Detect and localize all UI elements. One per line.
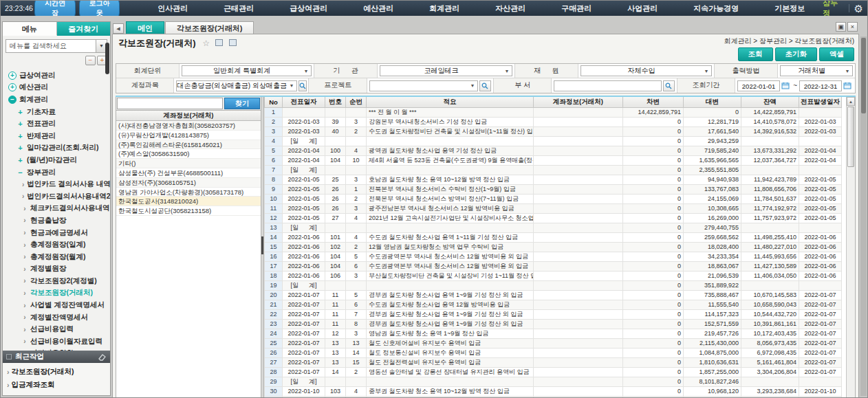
recent-work-item[interactable]: › 입금계좌조회 — [3, 378, 110, 391]
sidebar-scrollbar-thumb[interactable] — [105, 43, 109, 74]
output-method-select[interactable]: 거래처별 ▼ — [780, 65, 853, 76]
find-button[interactable]: 찾기 — [224, 98, 260, 109]
tree-expand-icon[interactable]: › — [22, 217, 28, 224]
recent-checkbox[interactable] — [6, 354, 12, 360]
account-list-item[interactable]: 한국철도시설공단(3058213158) — [116, 206, 261, 216]
top-menu-item[interactable]: 급상여관리 — [272, 3, 345, 14]
tree-expand-icon[interactable]: − — [17, 168, 24, 177]
menu-tree-item[interactable]: › 각보조원장2(계정별) — [3, 275, 110, 287]
tree-expand-icon[interactable]: › — [22, 253, 28, 261]
tree-expand-icon[interactable]: › — [22, 277, 28, 285]
table-row[interactable]: 5 2022-01-04 100 4 광역권 철도차량 청소사업 용역 기성 정… — [265, 146, 842, 155]
menu-tree-item[interactable]: › 총계정원장(일계) — [3, 239, 110, 251]
table-row[interactable]: 16 2022-01-06 104 5 수도권광역본부 역사내 청소서비스 12… — [265, 252, 842, 261]
table-row[interactable]: 14 2022-01-06 101 4 수도권 철도차량 청소사업 용역 1~1… — [265, 232, 842, 242]
query-button[interactable]: 조회 — [738, 47, 773, 61]
grid-scrollbar[interactable]: ▲ ▼ — [846, 97, 855, 398]
ledger-column-header[interactable]: 순번 — [346, 97, 367, 107]
table-row[interactable]: 17 2022-01-06 104 6 수도권광역본부 역사내 청소서비스 12… — [265, 261, 842, 271]
table-row[interactable]: 3 2022-01-03 40 2 수도권 철도차량정비단 건축물 및 시설장비… — [265, 126, 842, 136]
search-icon[interactable] — [663, 80, 675, 91]
tree-expand-icon[interactable]: › — [22, 181, 24, 188]
grid-scrollbar-thumb[interactable] — [847, 107, 854, 167]
tab-main[interactable]: 메인 — [126, 21, 164, 34]
menu-tree-item[interactable]: − 장부관리 — [3, 166, 110, 179]
eraser-icon[interactable] — [98, 353, 107, 361]
top-menu-item[interactable]: 근태관리 — [206, 3, 272, 14]
table-row[interactable]: 10 2022-01-05 26 2 전북본부 역사내 청소서비스 방역비 정산… — [265, 194, 842, 203]
account-list-item[interactable]: 한국철도공사(3148210024) — [116, 197, 261, 206]
menu-tree-item[interactable]: › 총계정원장(월계) — [3, 251, 110, 263]
menu-tree-item[interactable]: › 사업별 계정잔액명세서 — [3, 299, 110, 311]
period-from-input[interactable]: 2022-01-01 — [737, 80, 780, 91]
table-row[interactable]: 29 [일 계] 0 8,101,827,246 — [265, 377, 842, 386]
page-scrollbar-thumb[interactable] — [861, 38, 866, 113]
excel-button[interactable]: 엑셀 — [819, 47, 854, 61]
ledger-column-header[interactable]: 적요 — [367, 97, 534, 107]
ledger-column-header[interactable]: No — [265, 97, 283, 107]
menu-tree-item[interactable]: › 체크카드결의서사용내역 — [3, 203, 110, 215]
account-list-item[interactable]: 삼성전자(주)(3068105751) — [116, 178, 261, 188]
menu-tree-item[interactable]: › 현금과예금명세서 — [3, 227, 110, 239]
scroll-up-icon[interactable]: ▲ — [847, 97, 855, 106]
table-row[interactable]: 30 2022-01-10 103 4 중부권 철도차량 청소 용역 10~12… — [265, 386, 842, 396]
menu-tree-item[interactable]: › 계정별잔액명세서 — [3, 311, 110, 324]
table-row[interactable]: 27 2022-01-07 13 15 철도 전철전력설비 유지보수 용역비 입… — [265, 357, 842, 367]
account-filter-input[interactable] — [117, 98, 223, 109]
tree-expand-icon[interactable]: + — [8, 71, 17, 80]
top-menu-item[interactable]: 구매관리 — [543, 3, 609, 14]
tree-expand-icon[interactable]: + — [17, 108, 24, 116]
ledger-column-header[interactable]: 전표발생일자 — [799, 97, 842, 107]
organization-select[interactable]: 코레일테크 ▼ — [380, 65, 512, 76]
top-menu-item[interactable]: 인사관리 — [140, 3, 206, 14]
table-row[interactable]: 7 [일 계] 0 2,355,551,805 — [265, 165, 842, 175]
tree-expand-icon[interactable]: › — [22, 313, 28, 321]
tree-expand-icon[interactable]: › — [22, 265, 28, 273]
search-icon[interactable] — [299, 80, 307, 91]
menu-tree-item[interactable]: + 기초자료 — [3, 106, 110, 118]
sidebar-tab-menu[interactable]: 메뉴 — [3, 22, 57, 36]
tree-expand-icon[interactable]: › — [22, 350, 28, 351]
tree-expand-icon[interactable]: › — [22, 205, 28, 212]
menu-tree-item[interactable]: › 현금출납장 — [3, 214, 110, 227]
menu-tree-item[interactable]: › 선급비용이월자료입력 — [3, 335, 110, 348]
page-scrollbar[interactable] — [860, 36, 867, 396]
popup-window-icon[interactable] — [215, 39, 223, 46]
menu-tree-item[interactable]: + 예산관리 — [3, 82, 110, 94]
window-restore-icon[interactable]: ▣ — [836, 22, 846, 32]
top-menu-item[interactable]: 기본정보 — [757, 3, 823, 14]
table-row[interactable]: 25 2022-01-07 13 13 철도 신호제어설비 유지보수 용역비 입… — [265, 338, 842, 348]
top-menu-item[interactable]: 지속가능경영 — [675, 3, 757, 14]
table-row[interactable]: 24 2022-01-07 12 3 영남권 철도차량 청소 용역 1~9월 정… — [265, 329, 842, 338]
table-row[interactable]: 2 2022-01-03 39 3 강원본부 역사내청소서비스 기성 정산 입금… — [265, 117, 842, 126]
menu-tree-item[interactable]: + 일마감관리(조회.처리) — [3, 142, 110, 155]
table-row[interactable]: 6 2022-01-04 104 10 제4회 서울역 등 523동 건축물(수… — [265, 155, 842, 165]
menu-tree-item[interactable]: › 기간비용현황 — [3, 348, 110, 351]
account-list-item[interactable]: (사)대전충남경영자총협회(3058203757) — [116, 121, 261, 131]
tree-expand-icon[interactable]: + — [17, 132, 24, 140]
table-row[interactable]: 4 [일 계] 0 29,943,259 — [265, 136, 842, 146]
account-list-item[interactable]: 삼성물산(주) 건설부문(4688500111) — [116, 168, 261, 178]
table-row[interactable]: 26 2022-01-07 13 14 철도 정보통신설비 유지보수 용역비 입… — [265, 348, 842, 357]
top-menu-item[interactable]: 예산관리 — [345, 3, 411, 14]
menu-tree-item[interactable]: › 법인카드 결의서사용 내역 — [3, 178, 110, 190]
tree-expand-icon[interactable]: + — [17, 144, 24, 152]
menu-tree-item[interactable]: › 각보조원장(거래처) — [3, 287, 110, 300]
menu-tree-item[interactable]: › 법인카드결의서사용내역2 — [3, 190, 110, 203]
ledger-column-header[interactable]: 차변 — [623, 97, 684, 107]
window-close-icon[interactable]: × — [847, 22, 858, 32]
top-menu-item[interactable]: 사업관리 — [609, 3, 675, 14]
menu-tree-item[interactable]: + (월/년)마감관리 — [3, 154, 110, 166]
collapse-all-button[interactable]: − — [85, 56, 96, 65]
tree-expand-icon[interactable]: + — [17, 156, 24, 164]
account-list-item[interactable]: 영남권 가야사업소(차량환경)(3058173178) — [116, 188, 261, 197]
account-list-item[interactable]: (유)무림산업개발(4128143875) — [116, 131, 261, 140]
fund-source-select[interactable]: 자체수입 ▼ — [581, 65, 712, 76]
table-row[interactable]: 20 2022-01-07 11 5 경부권 철도차량 청소사업 용역 1~9월… — [265, 290, 842, 300]
recent-work-item[interactable]: › 각보조원장(거래처) — [3, 365, 110, 378]
ledger-column-header[interactable]: 잔액 — [741, 97, 799, 107]
ledger-column-header[interactable]: 번호 — [325, 97, 346, 107]
table-row[interactable]: 13 [일 계] 0 279,440,755 — [265, 223, 842, 232]
table-row[interactable]: 12 2022-01-05 27 4 2021년 12월 고속시설전기사업단 및… — [265, 213, 842, 223]
tab-sub-ledger[interactable]: 각보조원장(거래처) — [165, 21, 254, 34]
